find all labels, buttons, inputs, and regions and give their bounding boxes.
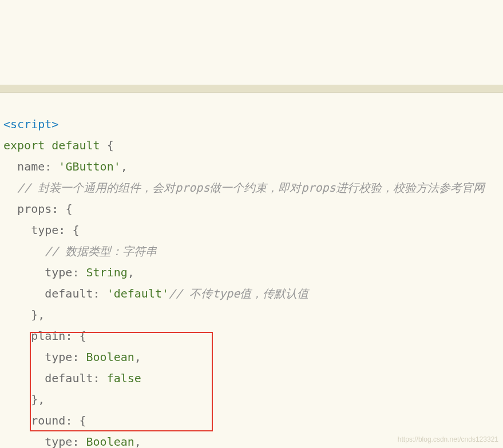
- kw-export: export: [3, 138, 45, 152]
- plain-key: plain: [31, 329, 65, 343]
- comment-default: // 不传type值，传默认值: [169, 287, 308, 300]
- inner-type-key: type: [45, 265, 72, 279]
- name-key: name: [17, 160, 45, 173]
- plain-default-key: default: [45, 371, 93, 385]
- type-boolean-2: Boolean: [86, 435, 134, 448]
- default-key: default: [45, 287, 93, 300]
- false-1: false: [107, 371, 141, 385]
- type-string: String: [86, 265, 128, 279]
- default-str: 'default': [107, 287, 169, 300]
- props-key: props: [17, 202, 52, 216]
- round-type-key: type: [45, 435, 72, 448]
- plain-type-key: type: [45, 350, 72, 364]
- type-boolean-1: Boolean: [86, 350, 134, 364]
- kw-default: default: [52, 138, 100, 152]
- type-key: type: [31, 223, 58, 237]
- code-block: <script> export default { name: 'GButton…: [0, 114, 503, 448]
- brace: {: [107, 138, 114, 152]
- script-open-tag: <script>: [3, 117, 58, 131]
- round-key: round: [31, 414, 65, 427]
- name-val: 'GButton': [58, 160, 120, 173]
- watermark-text: https://blog.csdn.net/cnds123321: [398, 433, 498, 446]
- editor-top-border: [0, 85, 503, 93]
- comment-main: // 封装一个通用的组件，会对props做一个约束，即对props进行校验，校验…: [17, 181, 485, 195]
- comment-datatype: // 数据类型：字符串: [45, 244, 157, 258]
